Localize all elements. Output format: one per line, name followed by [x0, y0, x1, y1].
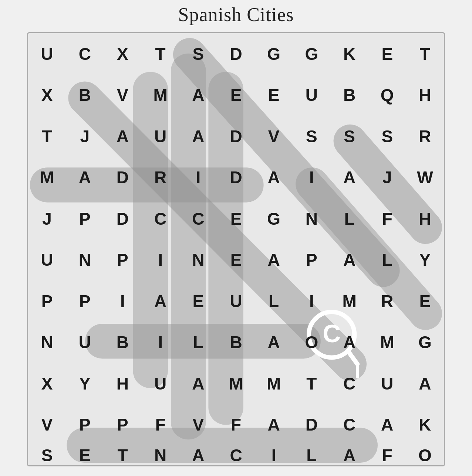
cell-r2-c8: S — [330, 116, 368, 157]
cell-r3-c6: A — [255, 157, 293, 198]
cell-r5-c9: L — [368, 239, 406, 281]
cell-r3-c1: A — [66, 157, 104, 198]
cell-r0-c10: T — [406, 33, 444, 75]
cell-r2-c1: J — [66, 116, 104, 157]
cell-r2-c7: S — [293, 116, 330, 157]
cell-r7-c2: B — [104, 322, 141, 363]
cell-r4-c2: D — [104, 198, 141, 239]
cell-r6-c4: E — [179, 280, 217, 322]
cell-r5-c4: N — [179, 239, 217, 281]
cell-r7-c8: A — [330, 322, 368, 363]
cell-r4-c1: P — [66, 198, 104, 239]
cell-r8-c1: Y — [66, 363, 104, 404]
cell-r1-c6: E — [255, 75, 293, 116]
cell-r2-c9: S — [368, 116, 406, 157]
cell-r8-c3: U — [142, 363, 179, 404]
cell-r9-c3: F — [142, 404, 179, 446]
cell-r8-c5: M — [217, 363, 255, 404]
cell-r8-c0: X — [28, 363, 66, 404]
cell-r5-c5: E — [217, 239, 255, 281]
cell-r6-c9: R — [368, 280, 406, 322]
cell-r7-c9: M — [368, 322, 406, 363]
cell-r10-c1: E — [66, 445, 104, 465]
cell-r8-c6: M — [255, 363, 293, 404]
cell-r9-c7: D — [293, 404, 330, 446]
cell-r5-c6: A — [255, 239, 293, 281]
cell-r10-c3: N — [142, 445, 179, 465]
cell-r2-c0: T — [28, 116, 66, 157]
cell-r6-c2: I — [104, 280, 141, 322]
cell-r4-c6: G — [255, 198, 293, 239]
cell-r8-c7: T — [293, 363, 330, 404]
cell-r1-c0: X — [28, 75, 66, 116]
cell-r3-c2: D — [104, 157, 141, 198]
cell-r4-c4: C — [179, 198, 217, 239]
cell-r5-c8: A — [330, 239, 368, 281]
cell-r9-c1: P — [66, 404, 104, 446]
cell-r6-c8: M — [330, 280, 368, 322]
cell-r5-c1: N — [66, 239, 104, 281]
cell-r10-c6: I — [255, 445, 293, 465]
cell-r5-c3: I — [142, 239, 179, 281]
cell-r8-c8: C — [330, 363, 368, 404]
cell-r4-c5: E — [217, 198, 255, 239]
cell-r3-c8: A — [330, 157, 368, 198]
cell-r7-c3: I — [142, 322, 179, 363]
cell-r2-c5: D — [217, 116, 255, 157]
cell-r10-c9: F — [368, 445, 406, 465]
cell-r6-c6: L — [255, 280, 293, 322]
cell-r10-c4: A — [179, 445, 217, 465]
cell-r1-c4: A — [179, 75, 217, 116]
cell-r6-c10: E — [406, 280, 444, 322]
cell-r0-c0: U — [28, 33, 66, 75]
page-title: Spanish Cities — [178, 4, 294, 26]
cell-r0-c4: S — [179, 33, 217, 75]
cell-r9-c5: F — [217, 404, 255, 446]
cell-r7-c5: B — [217, 322, 255, 363]
cell-r3-c7: I — [293, 157, 330, 198]
cell-r6-c5: U — [217, 280, 255, 322]
cell-r4-c3: C — [142, 198, 179, 239]
cell-r10-c5: C — [217, 445, 255, 465]
cell-r5-c2: P — [104, 239, 141, 281]
cell-r10-c0: S — [28, 445, 66, 465]
cell-r3-c4: I — [179, 157, 217, 198]
cell-r2-c6: V — [255, 116, 293, 157]
cell-r4-c8: L — [330, 198, 368, 239]
cell-r9-c0: V — [28, 404, 66, 446]
cell-r7-c7: O — [293, 322, 330, 363]
cell-r2-c4: A — [179, 116, 217, 157]
cell-r3-c3: R — [142, 157, 179, 198]
cell-r9-c2: P — [104, 404, 141, 446]
cell-r5-c10: Y — [406, 239, 444, 281]
cell-r2-c10: R — [406, 116, 444, 157]
cell-r8-c9: U — [368, 363, 406, 404]
cell-r0-c7: G — [293, 33, 330, 75]
cell-r0-c1: C — [66, 33, 104, 75]
cell-r1-c1: B — [66, 75, 104, 116]
cell-r5-c0: U — [28, 239, 66, 281]
cell-r6-c1: P — [66, 280, 104, 322]
cell-r2-c2: A — [104, 116, 141, 157]
cell-r1-c10: H — [406, 75, 444, 116]
cell-r6-c7: I — [293, 280, 330, 322]
cell-r0-c8: K — [330, 33, 368, 75]
cell-r2-c3: U — [142, 116, 179, 157]
cell-r0-c5: D — [217, 33, 255, 75]
word-search-puzzle: C UCXTSDGGKETXBVMAEEUBQHTJAUADVSSSRMADRI… — [27, 32, 445, 466]
cell-r0-c6: G — [255, 33, 293, 75]
cell-r3-c5: D — [217, 157, 255, 198]
cell-r9-c6: A — [255, 404, 293, 446]
cell-r4-c7: N — [293, 198, 330, 239]
cell-r4-c9: F — [368, 198, 406, 239]
cell-r1-c3: M — [142, 75, 179, 116]
cell-r7-c0: N — [28, 322, 66, 363]
cell-r1-c2: V — [104, 75, 141, 116]
cell-r4-c0: J — [28, 198, 66, 239]
cell-r3-c10: W — [406, 157, 444, 198]
cell-r7-c10: G — [406, 322, 444, 363]
cell-r8-c10: A — [406, 363, 444, 404]
letter-grid: UCXTSDGGKETXBVMAEEUBQHTJAUADVSSSRMADRIDA… — [28, 33, 444, 465]
cell-r6-c3: A — [142, 280, 179, 322]
cell-r7-c4: L — [179, 322, 217, 363]
